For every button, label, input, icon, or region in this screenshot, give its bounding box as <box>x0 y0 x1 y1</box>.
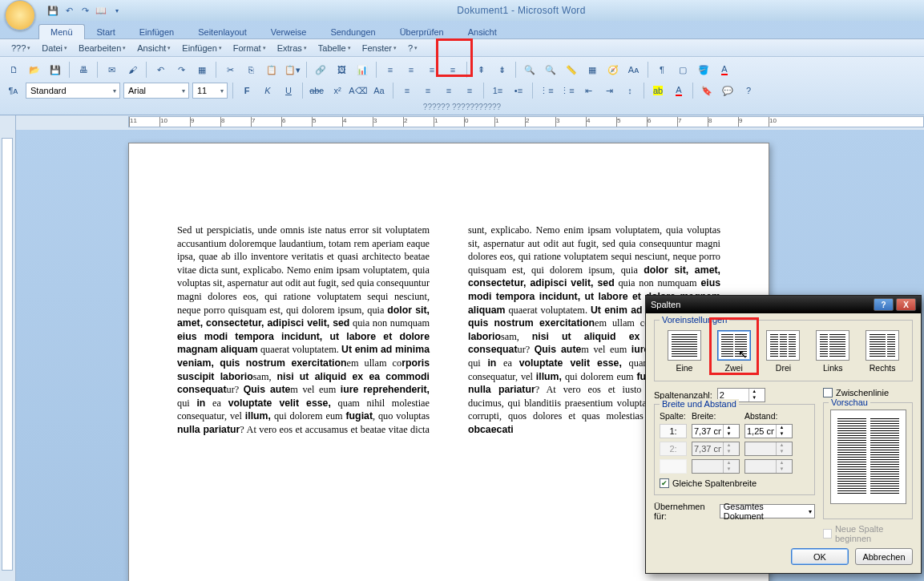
paste-icon[interactable]: 📋 <box>263 61 280 79</box>
menu-tabelle[interactable]: Tabelle▾ <box>313 42 356 54</box>
row1-width-spinner[interactable]: ▲▼ <box>692 424 740 438</box>
menu-format[interactable]: Format▾ <box>228 42 271 54</box>
tab-sendungen[interactable]: Sendungen <box>318 24 387 39</box>
help-icon[interactable]: ? <box>740 82 757 99</box>
font-color2-icon[interactable]: A <box>670 82 688 99</box>
save-icon[interactable]: 💾 <box>46 61 64 79</box>
text-effects-icon[interactable]: Aa <box>370 82 388 99</box>
tab-ueberpruefen[interactable]: Überprüfen <box>388 24 456 39</box>
undo-icon[interactable]: ↶ <box>63 4 75 17</box>
undo-icon[interactable]: ↶ <box>151 61 169 79</box>
comment-icon[interactable]: 💬 <box>719 82 736 99</box>
navigate-icon[interactable]: 🧭 <box>604 61 622 79</box>
zoom-icon[interactable]: 🔍 <box>542 61 559 79</box>
shading-icon[interactable]: 🪣 <box>695 61 712 79</box>
line-spacing-down-icon[interactable]: ⇟ <box>493 61 510 79</box>
align-right2-icon[interactable]: ≡ <box>440 82 458 99</box>
align-center-icon[interactable]: ≡ <box>402 61 420 79</box>
numbering2-icon[interactable]: ⋮≡ <box>559 82 576 99</box>
office-button[interactable] <box>5 0 35 30</box>
separator-line-checkbox[interactable]: Zwischenlinie <box>823 388 913 397</box>
preset-drei[interactable]: Drei <box>764 330 802 373</box>
align-center2-icon[interactable]: ≡ <box>419 82 437 99</box>
ok-button[interactable]: OK <box>791 548 849 565</box>
tab-einfuegen[interactable]: Einfügen <box>127 24 186 39</box>
open-icon[interactable]: 📂 <box>26 61 43 79</box>
decrease-indent-icon[interactable]: ⇤ <box>579 82 597 99</box>
bullets-icon[interactable]: •≡ <box>510 82 527 99</box>
menu-einfuegen[interactable]: Einfügen▾ <box>177 42 226 54</box>
tab-start[interactable]: Start <box>85 24 127 39</box>
paste-special-icon[interactable]: 📋▾ <box>284 61 301 79</box>
dialog-titlebar[interactable]: Spalten ? X <box>646 296 921 313</box>
hyperlink-icon[interactable]: 🔗 <box>312 61 329 79</box>
menu-bearbeiten[interactable]: Bearbeiten▾ <box>74 42 131 54</box>
new-doc-icon[interactable]: 🗋 <box>5 61 22 79</box>
row2-gap-spinner: ▲▼ <box>744 442 793 456</box>
menu-unknown[interactable]: ???▾ <box>6 42 35 54</box>
align-left2-icon[interactable]: ≡ <box>398 82 416 99</box>
highlight-icon[interactable]: ab <box>649 82 667 99</box>
print-preview-icon[interactable]: 📖 <box>95 4 107 17</box>
redo-icon[interactable]: ↷ <box>79 4 91 17</box>
dialog-help-button[interactable]: ? <box>874 298 894 311</box>
preset-links[interactable]: Links <box>813 330 852 373</box>
menu-extras[interactable]: Extras▾ <box>272 42 312 54</box>
menu-fenster[interactable]: Fenster▾ <box>357 42 401 54</box>
redo-icon[interactable]: ↷ <box>172 61 190 79</box>
equal-width-checkbox[interactable]: ✔Gleiche Spaltenbreite <box>660 478 809 488</box>
numbering-icon[interactable]: 1≡ <box>489 82 506 99</box>
chart-icon[interactable]: 📊 <box>353 61 371 79</box>
menu-ansicht[interactable]: Ansicht▾ <box>132 42 176 54</box>
apply-to-label: Übernehmen für: <box>654 502 715 521</box>
tab-seitenlayout[interactable]: Seitenlayout <box>186 24 259 39</box>
horizontal-ruler[interactable]: 1110987654321012345678910 <box>128 116 924 127</box>
bookmark-icon[interactable]: 🔖 <box>698 82 716 99</box>
clear-format-icon[interactable]: A⌫ <box>349 82 367 99</box>
line-spacing-up-icon[interactable]: ⇞ <box>472 61 490 79</box>
row1-gap-spinner[interactable]: ▲▼ <box>744 424 793 438</box>
cut-icon[interactable]: ✂ <box>221 61 239 79</box>
gridlines-icon[interactable]: ▦ <box>583 61 601 79</box>
apply-to-combo[interactable]: Gesamtes Dokument <box>720 504 815 518</box>
format-painter-icon[interactable]: 🖌 <box>123 61 141 79</box>
bold-icon[interactable]: F <box>238 82 256 99</box>
document-body[interactable]: Sed ut perspiciatis, unde omnis iste nat… <box>177 224 720 437</box>
qat-dropdown-icon[interactable]: ▾ <box>111 4 123 17</box>
vertical-ruler[interactable] <box>0 130 16 581</box>
picture-icon[interactable]: 🖼 <box>333 61 350 79</box>
font-color-icon[interactable]: A <box>716 61 733 79</box>
borders-icon[interactable]: ▢ <box>674 61 692 79</box>
find-icon[interactable]: 🔍 <box>521 61 539 79</box>
print-icon[interactable]: 🖶 <box>75 61 92 79</box>
bullets2-icon[interactable]: ⋮≡ <box>538 82 555 99</box>
font-select[interactable]: Arial <box>123 83 189 99</box>
tab-ansicht[interactable]: Ansicht <box>456 24 509 39</box>
dialog-close-button[interactable]: X <box>896 298 916 311</box>
mail-icon[interactable]: ✉ <box>103 61 120 79</box>
align-justify2-icon[interactable]: ≡ <box>461 82 478 99</box>
styles-icon[interactable]: Aᴀ <box>625 61 643 79</box>
increase-indent-icon[interactable]: ⇥ <box>600 82 618 99</box>
save-icon[interactable]: 💾 <box>46 4 59 17</box>
strikethrough-icon[interactable]: abc <box>308 82 325 99</box>
ruler-icon[interactable]: 📏 <box>563 61 580 79</box>
menu-datei[interactable]: Datei▾ <box>37 42 72 54</box>
tab-verweise[interactable]: Verweise <box>259 24 319 39</box>
italic-icon[interactable]: K <box>259 82 276 99</box>
style-select[interactable]: Standard <box>26 83 120 99</box>
preset-eine[interactable]: Eine <box>665 330 704 373</box>
style-gallery-icon[interactable]: ¶ᴀ <box>5 82 22 99</box>
table-icon[interactable]: ▦ <box>193 61 211 79</box>
sort-icon[interactable]: ↕ <box>621 82 639 99</box>
copy-icon[interactable]: ⎘ <box>242 61 260 79</box>
superscript-icon[interactable]: x² <box>329 82 346 99</box>
preset-rechts[interactable]: Rechts <box>863 330 902 373</box>
tab-menu[interactable]: Menü <box>38 24 85 39</box>
fontsize-select[interactable]: 11 <box>192 83 228 99</box>
paragraph-icon[interactable]: ¶ <box>653 61 671 79</box>
cancel-button[interactable]: Abbrechen <box>855 548 913 565</box>
align-left-icon[interactable]: ≡ <box>381 61 399 79</box>
menu-help[interactable]: ?▾ <box>403 42 422 54</box>
underline-icon[interactable]: U <box>280 82 297 99</box>
